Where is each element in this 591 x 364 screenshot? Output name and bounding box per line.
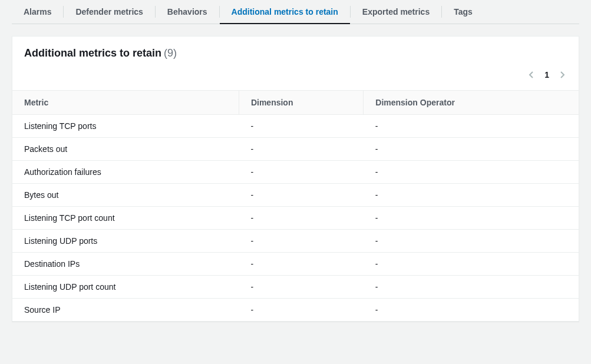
cell-operator: - xyxy=(364,207,579,230)
cell-dimension: - xyxy=(239,115,363,138)
pagination-next-icon[interactable] xyxy=(557,70,567,80)
table-row: Listening UDP port count-- xyxy=(12,276,579,299)
pagination-page-number: 1 xyxy=(544,70,549,80)
cell-dimension: - xyxy=(239,253,363,276)
table-header-dimension[interactable]: Dimension xyxy=(239,91,363,115)
tab-alarms[interactable]: Alarms xyxy=(12,0,63,24)
cell-dimension: - xyxy=(239,276,363,299)
cell-operator: - xyxy=(364,138,579,161)
table-header-operator[interactable]: Dimension Operator xyxy=(364,91,579,115)
panel-title: Additional metrics to retain xyxy=(24,47,161,59)
cell-dimension: - xyxy=(239,207,363,230)
table-row: Bytes out-- xyxy=(12,184,579,207)
cell-operator: - xyxy=(364,161,579,184)
cell-metric: Listening UDP port count xyxy=(12,276,239,299)
cell-dimension: - xyxy=(239,138,363,161)
cell-operator: - xyxy=(364,276,579,299)
panel-header: Additional metrics to retain (9) xyxy=(12,37,579,64)
metrics-panel: Additional metrics to retain (9) 1 Metri… xyxy=(12,36,579,322)
tab-additional-metrics[interactable]: Additional metrics to retain xyxy=(220,0,350,24)
pagination: 1 xyxy=(12,64,579,90)
cell-metric: Packets out xyxy=(12,138,239,161)
table-row: Packets out-- xyxy=(12,138,579,161)
table-row: Listening TCP port count-- xyxy=(12,207,579,230)
tab-bar: Alarms Defender metrics Behaviors Additi… xyxy=(12,0,579,24)
cell-operator: - xyxy=(364,299,579,322)
tab-exported-metrics[interactable]: Exported metrics xyxy=(351,0,441,24)
cell-metric: Destination IPs xyxy=(12,253,239,276)
cell-operator: - xyxy=(364,184,579,207)
table-row: Authorization failures-- xyxy=(12,161,579,184)
cell-metric: Source IP xyxy=(12,299,239,322)
tab-tags[interactable]: Tags xyxy=(442,0,484,24)
cell-dimension: - xyxy=(239,299,363,322)
table-row: Source IP-- xyxy=(12,299,579,322)
cell-metric: Listening UDP ports xyxy=(12,230,239,253)
cell-metric: Listening TCP port count xyxy=(12,207,239,230)
table-row: Listening UDP ports-- xyxy=(12,230,579,253)
cell-dimension: - xyxy=(239,230,363,253)
cell-operator: - xyxy=(364,253,579,276)
panel-count: (9) xyxy=(164,47,177,59)
table-row: Destination IPs-- xyxy=(12,253,579,276)
pagination-prev-icon[interactable] xyxy=(527,70,536,80)
cell-operator: - xyxy=(364,115,579,138)
cell-operator: - xyxy=(364,230,579,253)
cell-dimension: - xyxy=(239,184,363,207)
cell-metric: Authorization failures xyxy=(12,161,239,184)
cell-metric: Bytes out xyxy=(12,184,239,207)
cell-metric: Listening TCP ports xyxy=(12,115,239,138)
tab-defender-metrics[interactable]: Defender metrics xyxy=(64,0,154,24)
table-row: Listening TCP ports-- xyxy=(12,115,579,138)
cell-dimension: - xyxy=(239,161,363,184)
tab-behaviors[interactable]: Behaviors xyxy=(156,0,219,24)
table-header-metric[interactable]: Metric xyxy=(12,91,239,115)
metrics-table: Metric Dimension Dimension Operator List… xyxy=(12,90,579,321)
